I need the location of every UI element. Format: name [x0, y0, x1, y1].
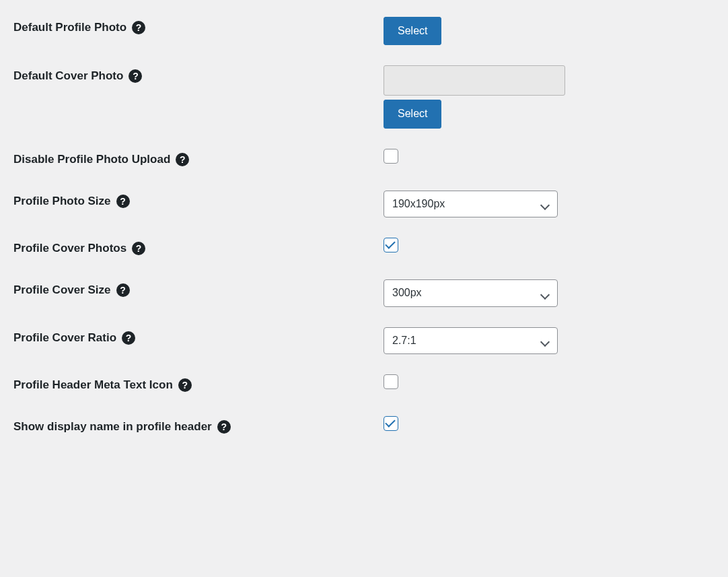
select-cover-photo-button[interactable]: Select	[384, 100, 441, 128]
help-icon[interactable]: ?	[122, 331, 135, 345]
label-disable-profile-photo-upload: Disable Profile Photo Upload	[13, 152, 170, 167]
row-disable-profile-photo-upload: Disable Profile Photo Upload ?	[13, 139, 715, 180]
cover-photo-preview	[384, 65, 565, 96]
label-profile-cover-photos: Profile Cover Photos	[13, 241, 126, 256]
select-profile-photo-size[interactable]: 190x190px	[384, 191, 558, 217]
help-icon[interactable]: ?	[129, 69, 142, 83]
checkbox-show-display-name-in-profile-header[interactable]	[384, 416, 398, 431]
help-icon[interactable]: ?	[132, 242, 145, 255]
label-profile-cover-ratio: Profile Cover Ratio	[13, 331, 116, 345]
checkbox-profile-cover-photos[interactable]	[384, 238, 398, 252]
label-profile-header-meta-text-icon: Profile Header Meta Text Icon	[13, 378, 173, 393]
help-icon[interactable]: ?	[116, 283, 130, 297]
help-icon[interactable]: ?	[178, 378, 192, 392]
row-show-display-name-in-profile-header: Show display name in profile header ?	[13, 406, 715, 448]
help-icon[interactable]: ?	[132, 21, 145, 34]
select-profile-cover-size[interactable]: 300px	[384, 279, 558, 306]
select-profile-cover-ratio[interactable]: 2.7:1	[384, 327, 558, 354]
help-icon[interactable]: ?	[116, 195, 130, 208]
row-default-profile-photo: Default Profile Photo ? Select	[13, 7, 715, 55]
checkbox-profile-header-meta-text-icon[interactable]	[384, 374, 398, 389]
row-profile-photo-size: Profile Photo Size ? 190x190px	[13, 180, 715, 228]
row-profile-cover-ratio: Profile Cover Ratio ? 2.7:1	[13, 317, 715, 364]
label-profile-photo-size: Profile Photo Size	[13, 194, 111, 209]
select-profile-photo-button[interactable]: Select	[384, 17, 441, 45]
label-profile-cover-size: Profile Cover Size	[13, 283, 111, 298]
row-profile-cover-size: Profile Cover Size ? 300px	[13, 269, 715, 316]
label-show-display-name-in-profile-header: Show display name in profile header	[13, 419, 212, 434]
label-default-cover-photo: Default Cover Photo	[13, 69, 123, 83]
row-default-cover-photo: Default Cover Photo ? Select	[13, 55, 715, 138]
settings-form-table: Default Profile Photo ? Select Default C…	[13, 7, 715, 448]
help-icon[interactable]: ?	[176, 153, 189, 166]
row-profile-cover-photos: Profile Cover Photos ?	[13, 228, 715, 269]
help-icon[interactable]: ?	[217, 420, 231, 434]
checkbox-disable-profile-photo-upload[interactable]	[384, 149, 398, 164]
row-profile-header-meta-text-icon: Profile Header Meta Text Icon ?	[13, 364, 715, 406]
label-default-profile-photo: Default Profile Photo	[13, 20, 126, 35]
